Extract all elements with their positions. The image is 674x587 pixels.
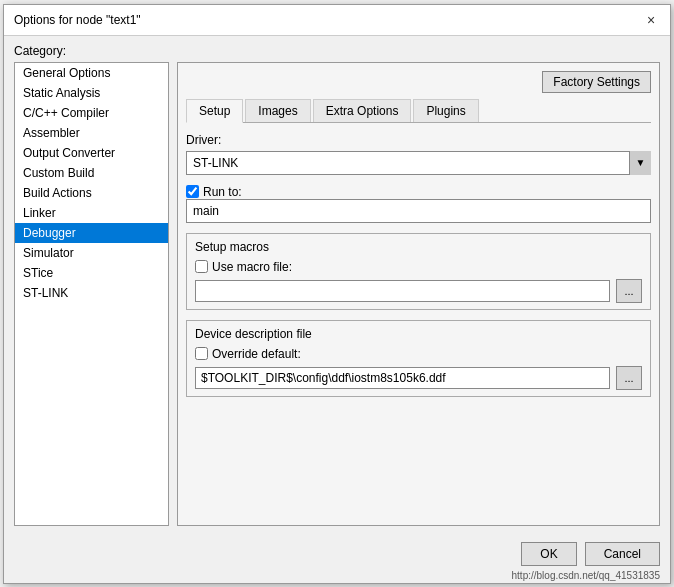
cancel-button[interactable]: Cancel bbox=[585, 542, 660, 566]
driver-label: Driver: bbox=[186, 133, 651, 147]
sidebar-item-cpp-compiler[interactable]: C/C++ Compiler bbox=[15, 103, 168, 123]
tab-plugins[interactable]: Plugins bbox=[413, 99, 478, 122]
macro-file-input[interactable] bbox=[195, 280, 610, 302]
override-checkbox[interactable] bbox=[195, 347, 208, 360]
macro-browse-button[interactable]: ... bbox=[616, 279, 642, 303]
run-to-row: Run to: bbox=[186, 185, 651, 199]
override-label: Override default: bbox=[195, 347, 642, 361]
sidebar-item-linker[interactable]: Linker bbox=[15, 203, 168, 223]
sidebar-item-st-link[interactable]: ST-LINK bbox=[15, 283, 168, 303]
sidebar-item-output-converter[interactable]: Output Converter bbox=[15, 143, 168, 163]
override-text: Override default: bbox=[212, 347, 301, 361]
dialog-title: Options for node "text1" bbox=[14, 13, 141, 27]
device-desc-section: Device description file Override default… bbox=[186, 320, 651, 397]
driver-select[interactable]: ST-LINK bbox=[186, 151, 651, 175]
device-path-row: ... bbox=[195, 366, 642, 390]
close-button[interactable]: × bbox=[642, 11, 660, 29]
run-to-section: Run to: bbox=[186, 185, 651, 223]
macro-row: ... bbox=[195, 279, 642, 303]
tab-content: Driver: ST-LINK ▼ R bbox=[186, 133, 651, 517]
run-to-label: Run to: bbox=[186, 185, 242, 199]
use-macro-text: Use macro file: bbox=[212, 260, 292, 274]
category-panel: General Options Static Analysis C/C++ Co… bbox=[14, 62, 169, 526]
sidebar-item-custom-build[interactable]: Custom Build bbox=[15, 163, 168, 183]
main-panel: Factory Settings Setup Images Extra Opti… bbox=[177, 62, 660, 526]
sidebar-item-build-actions[interactable]: Build Actions bbox=[15, 183, 168, 203]
sidebar-item-debugger[interactable]: Debugger bbox=[15, 223, 168, 243]
content-area: General Options Static Analysis C/C++ Co… bbox=[14, 62, 660, 526]
use-macro-checkbox[interactable] bbox=[195, 260, 208, 273]
ok-button[interactable]: OK bbox=[521, 542, 576, 566]
setup-macros-section: Setup macros Use macro file: ... bbox=[186, 233, 651, 310]
bottom-buttons: OK Cancel bbox=[4, 534, 670, 570]
factory-btn-row: Factory Settings bbox=[186, 71, 651, 93]
use-macro-label: Use macro file: bbox=[195, 260, 642, 274]
category-label: Category: bbox=[14, 44, 660, 58]
run-to-checkbox[interactable] bbox=[186, 185, 199, 198]
driver-section: Driver: ST-LINK ▼ bbox=[186, 133, 651, 175]
sidebar-item-static-analysis[interactable]: Static Analysis bbox=[15, 83, 168, 103]
driver-select-wrapper: ST-LINK ▼ bbox=[186, 151, 651, 175]
tab-extra-options[interactable]: Extra Options bbox=[313, 99, 412, 122]
tabs-row: Setup Images Extra Options Plugins bbox=[186, 99, 651, 123]
device-browse-button[interactable]: ... bbox=[616, 366, 642, 390]
tab-images[interactable]: Images bbox=[245, 99, 310, 122]
run-to-input[interactable] bbox=[186, 199, 651, 223]
setup-macros-title: Setup macros bbox=[195, 240, 642, 254]
sidebar-item-simulator[interactable]: Simulator bbox=[15, 243, 168, 263]
sidebar-item-assembler[interactable]: Assembler bbox=[15, 123, 168, 143]
watermark: http://blog.csdn.net/qq_41531835 bbox=[4, 570, 670, 583]
title-bar: Options for node "text1" × bbox=[4, 5, 670, 36]
dialog-body: Category: General Options Static Analysi… bbox=[4, 36, 670, 534]
tab-setup[interactable]: Setup bbox=[186, 99, 243, 123]
factory-settings-button[interactable]: Factory Settings bbox=[542, 71, 651, 93]
sidebar-item-stice[interactable]: STice bbox=[15, 263, 168, 283]
sidebar-item-general-options[interactable]: General Options bbox=[15, 63, 168, 83]
device-desc-title: Device description file bbox=[195, 327, 642, 341]
device-path-input[interactable] bbox=[195, 367, 610, 389]
dialog-window: Options for node "text1" × Category: Gen… bbox=[3, 4, 671, 584]
run-to-text: Run to: bbox=[203, 185, 242, 199]
